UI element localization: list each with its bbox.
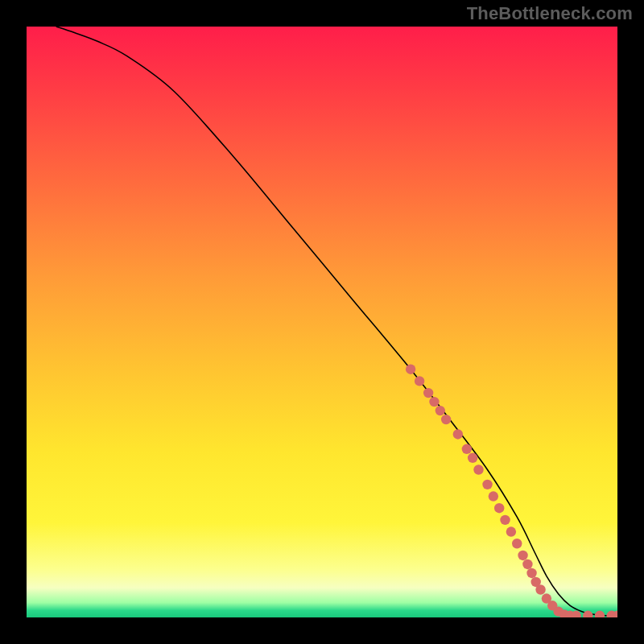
watermark-text: TheBottleneck.com: [467, 3, 633, 24]
chart-point: [415, 376, 424, 386]
chart-point: [506, 526, 516, 536]
chart-point: [453, 429, 463, 439]
chart-point: [423, 388, 433, 398]
chart-point: [468, 453, 477, 463]
chart-plot-area: [27, 27, 617, 617]
chart-point: [512, 539, 522, 548]
chart-point: [436, 406, 445, 415]
chart-point: [473, 464, 483, 474]
chart-svg-overlay: [27, 27, 617, 617]
chart-point: [482, 480, 492, 489]
chart-points: [406, 365, 617, 617]
chart-point: [429, 397, 439, 407]
chart-point: [489, 491, 498, 501]
chart-point: [526, 568, 536, 578]
chart-curve: [56, 27, 617, 616]
chart-point: [462, 444, 472, 454]
chart-point: [441, 415, 451, 424]
chart-point: [518, 551, 527, 560]
chart-point: [500, 515, 510, 525]
chart-point: [494, 503, 504, 513]
stage: TheBottleneck.com: [0, 0, 644, 644]
chart-point: [522, 559, 532, 569]
chart-point: [595, 611, 605, 617]
chart-point: [406, 365, 415, 374]
chart-point: [535, 584, 545, 594]
